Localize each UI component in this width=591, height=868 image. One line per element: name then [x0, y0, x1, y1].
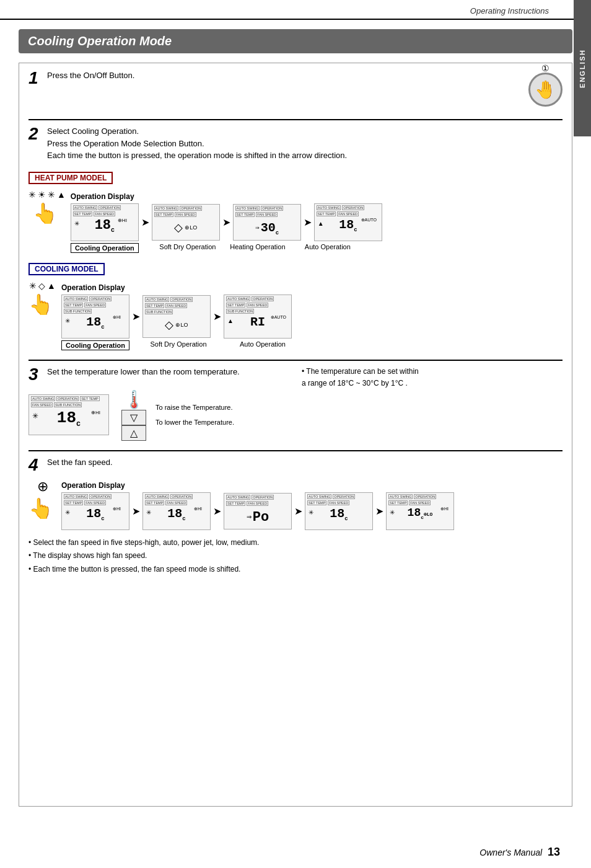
lcd-fan-2-buttons: AUTO SWINGOPERATIONSET TEMPFAN SPEED — [145, 494, 208, 505]
temp-down-button[interactable]: ▽ — [121, 410, 146, 425]
divider-3 — [28, 450, 563, 451]
step-4-displays-section: Operation Display AUTO SWINGOPERATIONSET… — [61, 479, 563, 530]
hand-icon-cool: 👆 — [28, 293, 53, 316]
lcd-heat-3-buttons: AUTO SWINGOPERATIONSET TEMPFAN SPEED — [235, 206, 299, 217]
cooling-symbols: ✳ ◇ ▲ 👆 — [28, 281, 56, 316]
section-title-bar: Cooling Operation Mode — [19, 29, 572, 53]
cooling-lcd-row: AUTO SWINGOPERATIONSET TEMPFAN SPEEDSUB … — [61, 294, 563, 339]
arrow-fan-1: ➤ — [131, 505, 141, 517]
temp-controls: 🌡️ ▽ △ To raise the Temperature. To lowe… — [121, 389, 234, 441]
arrow-2: ➤ — [221, 216, 232, 228]
lcd-cool-3-buttons: AUTO SWINGOPERATIONSET TEMPFAN SPEEDSUB … — [226, 296, 289, 314]
lcd-cool-2: AUTO SWINGOPERATIONSET TEMPFAN SPEEDSUB … — [142, 295, 211, 338]
page-header: Operating Instructions — [0, 0, 574, 20]
mode-label-cooling: Cooling Operation — [71, 243, 139, 253]
step-1-block: 1 Press the On/Off Button. 🤚 — [28, 69, 563, 110]
lcd-fan-3: AUTO SWINGOPERATIONSET TEMPFAN SPEED ⇒ P… — [224, 493, 292, 529]
fan-icon: ⊕ — [37, 479, 48, 495]
lcd-cool-2-buttons: AUTO SWINGOPERATIONSET TEMPFAN SPEEDSUB … — [145, 297, 208, 314]
step-2-line2: Press the Operation Mode Selection Butto… — [47, 138, 563, 150]
cooling-mode-labels: Cooling Operation Soft Dry Operation Aut… — [61, 340, 563, 350]
sym-snow-cool: ✳ — [29, 281, 37, 291]
step-3-note2: a range of 18°C ~ 30°C by 1°C . — [302, 378, 563, 389]
lcd-temp-buttons: AUTO SWINGOPERATIONSET TEMPFAN SPEEDSUB … — [31, 396, 107, 407]
step-2-content: Select Cooling Operation. Press the Oper… — [47, 125, 563, 162]
heat-pump-lcd-row: AUTO SWINGOPERATIONSET TEMPFAN SPEED ✳ ⊕… — [71, 203, 563, 241]
section-title: Cooling Operation Mode — [28, 34, 563, 48]
header-title: Operating Instructions — [470, 6, 549, 16]
step-2-line1: Select Cooling Operation. — [47, 125, 563, 138]
step-3-content: Set the temperature lower than the room … — [47, 366, 289, 378]
lcd-cool-1: AUTO SWINGOPERATIONSET TEMPFAN SPEEDSUB … — [61, 294, 129, 339]
sym-sun: ☀ — [38, 190, 46, 200]
lcd-fan-5: AUTO SWINGOPERATIONSET TEMPFAN SPEED ✳ ⊕… — [386, 492, 454, 530]
arrow-fan-3: ➤ — [293, 505, 304, 517]
cooling-op-display-label: Operation Display — [61, 283, 563, 292]
step-1-text: Press the On/Off Button. — [47, 69, 516, 82]
step-3-left: 3 Set the temperature lower than the roo… — [28, 366, 289, 441]
lcd-fan-4-buttons: AUTO SWINGOPERATIONSET TEMPFAN SPEED — [307, 494, 370, 505]
divider-1 — [28, 119, 563, 120]
page-number: 13 — [548, 846, 560, 858]
arrow-3: ➤ — [302, 216, 313, 228]
step-3-note1: • The temperature can be set within — [302, 366, 563, 378]
lcd-heat-1-buttons: AUTO SWINGOPERATIONSET TEMPFAN SPEED — [73, 205, 136, 216]
temp-arrows: ▽ △ — [121, 410, 146, 441]
temp-labels: To raise the Temperature. To lower the T… — [155, 400, 234, 430]
thermometer-icon: 🌡️ — [123, 389, 145, 410]
divider-2 — [28, 360, 563, 361]
arrow-fan-4: ➤ — [374, 505, 385, 517]
step-2-line3: Each time the button is pressed, the ope… — [47, 149, 563, 162]
lcd-fan-3-buttons: AUTO SWINGOPERATIONSET TEMPFAN SPEED — [226, 495, 289, 506]
mode-label-auto-heat: Auto Operation — [294, 243, 362, 253]
step-2-block: 2 Select Cooling Operation. Press the Op… — [28, 125, 563, 350]
lcd-cool-3: AUTO SWINGOPERATIONSET TEMPFAN SPEEDSUB … — [224, 294, 292, 339]
fan-lcd-row: AUTO SWINGOPERATIONSET TEMPFAN SPEED ✳ ⊕… — [61, 492, 563, 530]
sym-circle-cool: ◇ — [38, 281, 45, 291]
lcd-fan-1-buttons: AUTO SWINGOPERATIONSET TEMPFAN SPEED — [64, 494, 127, 505]
cooling-model-label: COOLING MODEL — [28, 263, 105, 275]
bullet-2: The display shows high fan speed. — [28, 549, 563, 563]
arrow-fan-2: ➤ — [212, 505, 222, 517]
bullet-3: Each time the button is pressed, the fan… — [28, 563, 563, 577]
lower-temp-label: To lower the Temperature. — [155, 415, 234, 430]
mode-label-auto-cool: Auto Operation — [229, 340, 297, 350]
lcd-heat-3: AUTO SWINGOPERATIONSET TEMPFAN SPEED ⇒ 3… — [233, 204, 301, 241]
heat-pump-op-section: ✳ ☀ ✳ ▲ 👆 Operation Display AUTO SWI — [28, 190, 563, 253]
mode-label-heating: Heating Operation — [224, 243, 292, 253]
cooling-displays-section: Operation Display AUTO SWINGOPERATIONSET… — [61, 281, 563, 350]
sym-triangle: ▲ — [57, 190, 66, 200]
sidebar-label-text: ENGLISH — [579, 49, 586, 88]
lcd-fan-4: AUTO SWINGOPERATIONSET TEMPFAN SPEED ✳ 1… — [305, 492, 373, 530]
hand-icon-fan: 👆 — [28, 497, 53, 520]
lcd-fan-2: AUTO SWINGOPERATIONSET TEMPFAN SPEED ✳ ⊕… — [142, 492, 211, 530]
step-4-block: 4 Set the fan speed. ⊕ 👆 Operation Displ… — [28, 456, 563, 577]
arrow-1: ➤ — [140, 216, 151, 228]
heat-pump-symbols: ✳ ☀ ✳ ▲ 👆 — [28, 190, 66, 225]
main-content: 1 Press the On/Off Button. 🤚 2 Select Co… — [19, 63, 572, 807]
page-footer: Owner's Manual 13 — [479, 846, 560, 859]
arrow-cool-2: ➤ — [212, 311, 222, 322]
step-3-number: 3 — [28, 366, 38, 383]
onoff-button-illustration: 🤚 — [528, 73, 563, 107]
lcd-fan-1: AUTO SWINGOPERATIONSET TEMPFAN SPEED ✳ ⊕… — [61, 492, 129, 530]
heat-pump-label: HEAT PUMP MODEL — [28, 172, 113, 184]
temp-up-button[interactable]: △ — [121, 425, 146, 441]
step-4-content: Set the fan speed. — [47, 456, 563, 469]
step-3-block: 3 Set the temperature lower than the roo… — [28, 366, 563, 441]
lcd-heat-2-buttons: AUTO SWINGOPERATIONSET TEMPFAN SPEED — [154, 206, 217, 217]
bullet-1: Select the fan speed in five steps-high,… — [28, 536, 563, 550]
step-1-content: Press the On/Off Button. — [47, 69, 516, 82]
cooling-model-section: COOLING MODEL ✳ ◇ ▲ 👆 Operation Display — [28, 258, 563, 350]
lcd-fan-5-buttons: AUTO SWINGOPERATIONSET TEMPFAN SPEED — [388, 494, 452, 505]
step-4-text: Set the fan speed. — [47, 456, 563, 469]
lcd-heat-4-buttons: AUTO SWINGOPERATIONSET TEMPFAN SPEED — [317, 205, 380, 216]
sym-snow: ✳ — [28, 190, 36, 200]
step-4-op-display-label: Operation Display — [61, 481, 563, 490]
heat-pump-mode-labels: Cooling Operation Soft Dry Operation Hea… — [71, 243, 563, 253]
lcd-heat-4: AUTO SWINGOPERATIONSET TEMPFAN SPEED ▲ ⊕… — [314, 203, 382, 241]
step-4-op-section: ⊕ 👆 Operation Display AUTO SWINGOPERATIO… — [28, 479, 563, 530]
step-4-number: 4 — [28, 456, 38, 474]
hand-icon: 🤚 — [535, 79, 556, 100]
step-3-right: • The temperature can be set within a ra… — [302, 366, 563, 441]
